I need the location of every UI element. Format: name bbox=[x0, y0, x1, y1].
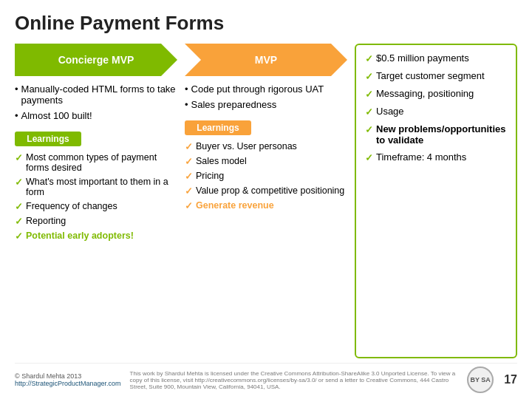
col3-check-4: ✓ Usage bbox=[365, 106, 507, 117]
col3-check-icon-3: ✓ bbox=[365, 89, 373, 100]
footer-right: BY SA 17 bbox=[467, 366, 517, 393]
check-icon-1: ✓ bbox=[15, 152, 23, 163]
col1-arrow-box: Concierge MVP bbox=[15, 44, 177, 76]
col3-check-icon-1: ✓ bbox=[365, 53, 373, 64]
col1-check-5: ✓ Potential early adopters! bbox=[15, 231, 177, 242]
col2-arrow-inner: MVP bbox=[185, 44, 347, 76]
col1-check-1: ✓ Most common types of payment forms des… bbox=[15, 152, 177, 173]
footer-left: © Shardul Mehta 2013 http://StrategicPro… bbox=[15, 372, 121, 387]
col2-check-1: ✓ Buyer vs. User personas bbox=[185, 141, 347, 152]
col1-learnings-label: Learnings bbox=[15, 132, 81, 146]
col1-check-3: ✓ Frequency of changes bbox=[15, 201, 177, 212]
col3-check-3: ✓ Messaging, positioning bbox=[365, 88, 507, 100]
col3-check-1: ✓ $0.5 million payments bbox=[365, 52, 507, 64]
page: Online Payment Forms Concierge MVP Manua… bbox=[0, 0, 532, 399]
col2-bullet-2: Sales preparedness bbox=[185, 99, 347, 110]
col1-arrow-label: Concierge MVP bbox=[58, 54, 134, 66]
col3: ✓ $0.5 million payments ✓ Target custome… bbox=[355, 44, 517, 358]
col3-check-list: ✓ $0.5 million payments ✓ Target custome… bbox=[365, 52, 507, 163]
col2-bullet-1: Code put through rigorous UAT bbox=[185, 83, 347, 95]
col2-check-icon-3: ✓ bbox=[185, 171, 193, 182]
col2-check-icon-5: ✓ bbox=[185, 200, 193, 211]
footer: © Shardul Mehta 2013 http://StrategicPro… bbox=[15, 363, 517, 393]
col3-check-icon-4: ✓ bbox=[365, 106, 373, 117]
col2-bullet-list: Code put through rigorous UAT Sales prep… bbox=[185, 83, 347, 115]
col1-check-list: ✓ Most common types of payment forms des… bbox=[15, 152, 177, 245]
col3-check-2: ✓ Target customer segment bbox=[365, 70, 507, 82]
check-icon-2: ✓ bbox=[15, 177, 23, 188]
check-icon-4: ✓ bbox=[15, 216, 23, 227]
col2-check-list: ✓ Buyer vs. User personas ✓ Sales model … bbox=[185, 141, 347, 215]
col2-check-5: ✓ Generate revenue bbox=[185, 200, 347, 211]
col2-arrow-label: MVP bbox=[255, 54, 277, 66]
cc-badge: BY SA bbox=[467, 366, 494, 393]
col3-check-icon-6: ✓ bbox=[365, 152, 373, 163]
col2-arrow-box: MVP bbox=[185, 44, 347, 76]
col2-check-icon-4: ✓ bbox=[185, 185, 193, 197]
page-title: Online Payment Forms bbox=[15, 12, 517, 35]
col3-check-icon-5: ✓ bbox=[365, 124, 373, 135]
col2-learnings-label: Learnings bbox=[185, 120, 251, 135]
col2-check-4: ✓ Value prop & competitive positioning bbox=[185, 185, 347, 197]
col2-check-2: ✓ Sales model bbox=[185, 156, 347, 167]
col3-check-5: ✓ New problems/opportunities to validate bbox=[365, 123, 507, 146]
col1-bullet-2: Almost 100 built! bbox=[15, 110, 177, 121]
footer-author: © Shardul Mehta 2013 bbox=[15, 372, 121, 380]
col1: Concierge MVP Manually-coded HTML forms … bbox=[15, 44, 177, 358]
col1-bullet-list: Manually-coded HTML forms to take paymen… bbox=[15, 83, 177, 126]
col1-content: Manually-coded HTML forms to take paymen… bbox=[15, 83, 177, 358]
footer-link[interactable]: http://StrategicProductManager.com bbox=[15, 380, 121, 387]
col3-right-box: ✓ $0.5 million payments ✓ Target custome… bbox=[355, 44, 517, 358]
check-icon-3: ✓ bbox=[15, 201, 23, 212]
col3-check-6: ✓ Timeframe: 4 months bbox=[365, 151, 507, 163]
col2-check-icon-1: ✓ bbox=[185, 141, 193, 152]
col2-check-icon-2: ✓ bbox=[185, 156, 193, 167]
page-number: 17 bbox=[504, 373, 517, 386]
col1-arrow-inner: Concierge MVP bbox=[15, 44, 177, 76]
col1-bullet-1: Manually-coded HTML forms to take paymen… bbox=[15, 83, 177, 106]
col3-check-icon-2: ✓ bbox=[365, 71, 373, 82]
col2: MVP Code put through rigorous UAT Sales … bbox=[185, 44, 347, 358]
col2-content: Code put through rigorous UAT Sales prep… bbox=[185, 83, 347, 358]
check-icon-5: ✓ bbox=[15, 231, 23, 242]
col1-check-2: ✓ What's most important to them in a for… bbox=[15, 177, 177, 197]
footer-license: This work by Shardul Mehta is licensed u… bbox=[130, 370, 459, 390]
col1-check-4: ✓ Reporting bbox=[15, 216, 177, 227]
col2-check-3: ✓ Pricing bbox=[185, 171, 347, 182]
columns: Concierge MVP Manually-coded HTML forms … bbox=[15, 44, 517, 358]
